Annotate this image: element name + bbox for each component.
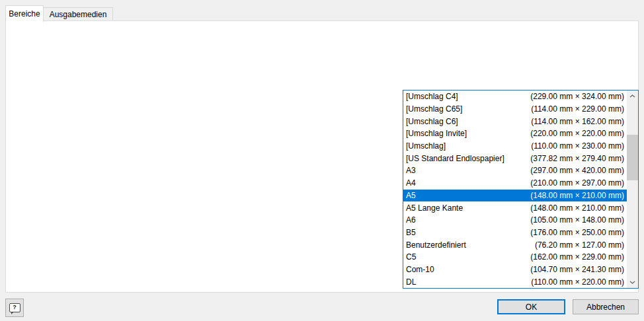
dropdown-item[interactable]: Benutzerdefiniert(76.20 mm × 127.00 mm)	[403, 238, 627, 251]
scroll-down-icon[interactable]	[627, 277, 638, 288]
dropdown-list: [Umschlag C4](229.00 mm × 324.00 mm) [Um…	[403, 90, 627, 288]
help-icon: ?	[9, 303, 20, 312]
page-size-dropdown: [Umschlag C4](229.00 mm × 324.00 mm) [Um…	[403, 90, 639, 289]
dropdown-item[interactable]: [Umschlag C4](229.00 mm × 324.00 mm)	[403, 90, 627, 103]
scrollbar-thumb[interactable]	[627, 135, 638, 180]
dropdown-item-selected[interactable]: A5(148.00 mm × 210.00 mm)	[403, 190, 627, 202]
dropdown-scrollbar[interactable]	[627, 90, 638, 288]
dropdown-item[interactable]: B5(176.00 mm × 250.00 mm)	[403, 227, 627, 239]
ok-button[interactable]: OK	[497, 299, 565, 314]
dropdown-item[interactable]: Com-10(104.70 mm × 241.30 mm)	[403, 264, 627, 276]
dropdown-item[interactable]: [Umschlag C6](114.00 mm × 162.00 mm)	[403, 115, 627, 127]
scroll-up-icon[interactable]	[627, 90, 638, 102]
dropdown-item[interactable]: A4(210.00 mm × 297.00 mm)	[403, 177, 627, 190]
tab-label: Ausgabemedien	[50, 10, 107, 19]
dropdown-item[interactable]: [Umschlag](110.00 mm × 230.00 mm)	[403, 140, 627, 153]
tab-bereiche[interactable]: Bereiche	[5, 5, 44, 22]
dropdown-item[interactable]: A6(105.00 mm × 148.00 mm)	[403, 214, 627, 227]
dropdown-item[interactable]: [Umschlag C65](114.00 mm × 229.00 mm)	[403, 103, 627, 116]
dropdown-item[interactable]: A5 Lange Kante(148.00 mm × 210.00 mm)	[403, 201, 627, 214]
print-settings-dialog: Bereiche Ausgabemedien	[0, 0, 644, 321]
dropdown-item[interactable]: A3(297.00 mm × 420.00 mm)	[403, 164, 627, 177]
tab-ausgabemedien[interactable]: Ausgabemedien	[43, 7, 113, 21]
cancel-button[interactable]: Abbrechen	[573, 299, 639, 314]
dropdown-item[interactable]: DL(110.00 mm × 220.00 mm)	[403, 275, 627, 288]
tab-label: Bereiche	[9, 9, 40, 18]
help-button[interactable]: ?	[5, 299, 24, 317]
dropdown-item[interactable]: [US Standard Endlospapier](377.82 mm × 2…	[403, 152, 627, 164]
dropdown-item[interactable]: [Umschlag Invite](220.00 mm × 220.00 mm)	[403, 127, 627, 140]
dropdown-item[interactable]: C5(162.00 mm × 229.00 mm)	[403, 251, 627, 264]
